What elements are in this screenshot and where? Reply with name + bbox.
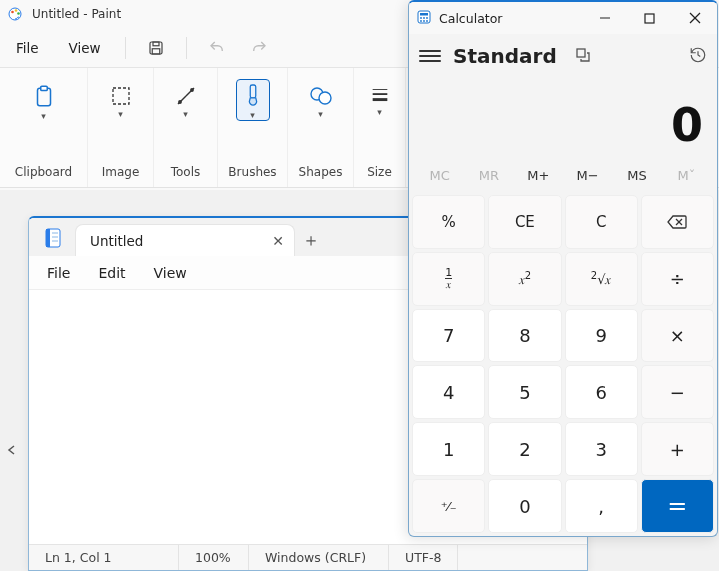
svg-point-3 xyxy=(17,12,20,15)
svg-rect-19 xyxy=(46,229,50,247)
redo-icon[interactable] xyxy=(243,32,275,64)
status-encoding: UTF-8 xyxy=(389,545,458,570)
chevron-down-icon: ▾ xyxy=(250,111,255,119)
key-ce[interactable]: CE xyxy=(488,195,561,249)
status-zoom: 100% xyxy=(179,545,249,570)
calc-titlebar: Calculator xyxy=(409,2,717,34)
key-6[interactable]: 6 xyxy=(565,365,638,419)
key-divide[interactable]: ÷ xyxy=(641,252,714,306)
key-3[interactable]: 3 xyxy=(565,422,638,476)
keep-on-top-icon[interactable] xyxy=(575,47,591,66)
key-sqrt[interactable]: 2√𝑥 xyxy=(565,252,638,306)
close-icon[interactable]: ✕ xyxy=(270,233,286,249)
close-button[interactable] xyxy=(672,2,717,34)
key-7[interactable]: 7 xyxy=(412,309,485,363)
key-2[interactable]: 2 xyxy=(488,422,561,476)
key-9[interactable]: 9 xyxy=(565,309,638,363)
ribbon-group-clipboard: ▾ Clipboard xyxy=(0,68,88,187)
notepad-statusbar: Ln 1, Col 1 100% Windows (CRLF) UTF-8 xyxy=(29,544,587,570)
paint-menu-file[interactable]: File xyxy=(6,34,49,62)
chevron-down-icon: ▾ xyxy=(183,110,188,118)
history-icon[interactable] xyxy=(689,46,707,67)
key-5[interactable]: 5 xyxy=(488,365,561,419)
new-tab-button[interactable]: ＋ xyxy=(295,224,327,256)
ribbon-label-image: Image xyxy=(102,165,140,183)
key-add[interactable]: + xyxy=(641,422,714,476)
hamburger-icon[interactable] xyxy=(419,50,441,62)
ribbon-label-brushes: Brushes xyxy=(228,165,276,183)
svg-point-2 xyxy=(15,9,18,12)
svg-point-27 xyxy=(426,17,428,19)
calculator-app-icon xyxy=(417,10,431,27)
minimize-button[interactable] xyxy=(582,2,627,34)
svg-point-26 xyxy=(423,17,425,19)
key-8[interactable]: 8 xyxy=(488,309,561,363)
ribbon-label-clipboard: Clipboard xyxy=(15,165,72,183)
svg-rect-35 xyxy=(577,49,585,57)
svg-rect-8 xyxy=(40,86,47,90)
key-c[interactable]: C xyxy=(565,195,638,249)
ribbon-group-brushes: ▾ Brushes xyxy=(218,68,288,187)
key-backspace[interactable] xyxy=(641,195,714,249)
svg-point-10 xyxy=(178,101,180,103)
ribbon-group-size: ▾ Size xyxy=(354,68,406,187)
svg-point-11 xyxy=(190,89,192,91)
mem-mr[interactable]: MR xyxy=(464,168,513,183)
mem-ms[interactable]: MS xyxy=(612,168,661,183)
paint-title: Untitled - Paint xyxy=(32,7,121,21)
svg-rect-9 xyxy=(113,88,129,104)
key-equals[interactable]: = xyxy=(641,479,714,533)
image-select-button[interactable]: ▾ xyxy=(103,80,139,122)
calc-keypad: % CE C 1𝑥 𝑥2 2√𝑥 ÷ 7 8 9 × 4 5 6 − 1 2 3… xyxy=(409,192,717,536)
scroll-left-icon[interactable] xyxy=(2,440,22,460)
ribbon-label-size: Size xyxy=(367,165,392,183)
calc-memory-row: MC MR M+ M− MS Mˇ xyxy=(409,158,717,192)
svg-point-1 xyxy=(11,11,14,14)
mem-mlist[interactable]: Mˇ xyxy=(662,168,711,183)
chevron-down-icon: ▾ xyxy=(118,110,123,118)
key-reciprocal[interactable]: 1𝑥 xyxy=(412,252,485,306)
brushes-button[interactable]: ▾ xyxy=(237,80,269,120)
mem-mminus[interactable]: M− xyxy=(563,168,612,183)
key-multiply[interactable]: × xyxy=(641,309,714,363)
chevron-down-icon: ▾ xyxy=(318,110,323,118)
separator xyxy=(186,37,187,59)
mem-mc[interactable]: MC xyxy=(415,168,464,183)
ribbon-group-tools: ▾ Tools xyxy=(154,68,218,187)
chevron-down-icon: ▾ xyxy=(41,112,46,120)
key-4[interactable]: 4 xyxy=(412,365,485,419)
svg-point-30 xyxy=(426,20,428,22)
paint-menu-view[interactable]: View xyxy=(59,34,111,62)
key-square[interactable]: 𝑥2 xyxy=(488,252,561,306)
key-1[interactable]: 1 xyxy=(412,422,485,476)
calc-display: 0 xyxy=(409,78,717,158)
size-button[interactable]: ▾ xyxy=(363,80,397,120)
status-line-ending: Windows (CRLF) xyxy=(249,545,389,570)
window-controls xyxy=(582,2,717,34)
key-percent[interactable]: % xyxy=(412,195,485,249)
key-decimal[interactable]: , xyxy=(565,479,638,533)
ribbon-group-image: ▾ Image xyxy=(88,68,154,187)
key-negate[interactable]: ⁺⁄₋ xyxy=(412,479,485,533)
notepad-menu-edit[interactable]: Edit xyxy=(86,261,137,285)
shapes-button[interactable]: ▾ xyxy=(302,80,340,122)
separator xyxy=(125,37,126,59)
notepad-menu-file[interactable]: File xyxy=(35,261,82,285)
tools-button[interactable]: ▾ xyxy=(168,80,204,122)
notepad-tab[interactable]: Untitled ✕ xyxy=(75,224,295,256)
mem-mplus[interactable]: M+ xyxy=(514,168,563,183)
notepad-menu-view[interactable]: View xyxy=(142,261,199,285)
key-subtract[interactable]: − xyxy=(641,365,714,419)
svg-rect-24 xyxy=(420,13,428,16)
calc-mode: Standard xyxy=(453,44,557,68)
undo-icon[interactable] xyxy=(201,32,233,64)
status-position: Ln 1, Col 1 xyxy=(29,545,179,570)
save-icon[interactable] xyxy=(140,32,172,64)
calc-title: Calculator xyxy=(439,11,502,26)
ribbon-label-tools: Tools xyxy=(171,165,201,183)
clipboard-button[interactable]: ▾ xyxy=(25,80,63,124)
svg-point-14 xyxy=(319,92,331,104)
maximize-button[interactable] xyxy=(627,2,672,34)
svg-point-29 xyxy=(423,20,425,22)
key-0[interactable]: 0 xyxy=(488,479,561,533)
